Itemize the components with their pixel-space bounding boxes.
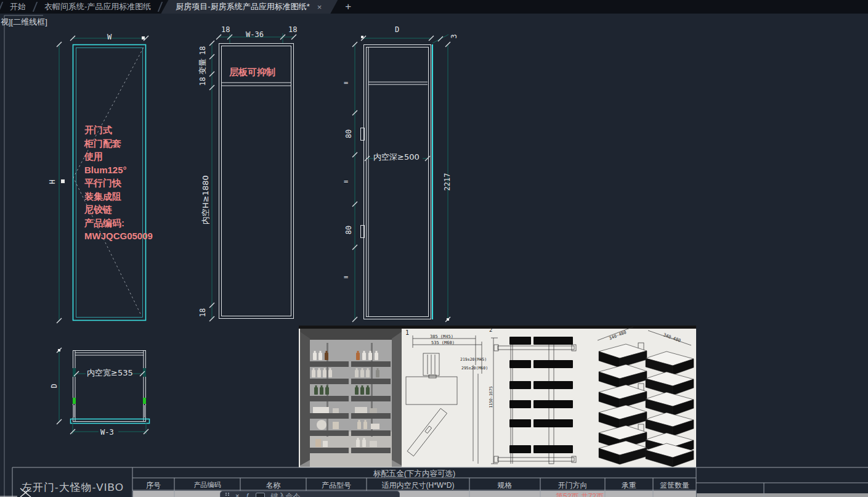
page-indicator: 第52页 共72页 [556,491,604,497]
tab-start[interactable]: 开始 [1,0,34,14]
dim-label-18-left: 18 [221,25,230,34]
column-header-inner-size: 适用内空尺寸(H*W*D) [367,480,469,491]
dim-label-18-bottom: 18 [198,308,207,317]
note-line: 尼铰链 [84,203,153,216]
note-line: MWJQCG05009 [84,229,153,243]
spec-table-title: 标配五金(下方内容可选) [132,469,696,479]
column-header-spec: 规格 [469,480,540,491]
note-line: 开门式 [84,123,153,137]
drawing-canvas [0,0,868,497]
column-header-load: 承重 [605,480,653,491]
column-header-model: 产品型号 [306,480,367,491]
column-header-index: 序号 [132,480,174,491]
dim-label-219: 219±20(M45) [460,357,487,362]
column-header-product-code: 产品编码 [174,480,240,490]
tab-kitchen-project-label: 厨房项目-厨房系统产品应用标准图纸* [176,1,309,12]
sheet-border-lines [4,15,43,497]
note-line: 使用 [84,150,153,163]
note-line: 装集成阻 [84,190,153,203]
dim-label-18-shelf: 18 [198,77,207,86]
side-view-lines [352,35,450,322]
dim-label-inner-width: 内空宽≥535 [87,368,133,379]
sheet-footer-strip: 第52页 共72页 [133,491,696,497]
command-prompt[interactable]: 键入命令 [271,493,301,497]
dim-label-width: W [107,33,112,41]
note-line: 平行门快 [84,176,153,190]
product-name-label: 左开门-大怪物-VIBO [14,480,132,495]
dim-label-385: 385 (M45) [430,334,453,339]
figure-1-label: 1 [405,329,409,336]
dim-label-18-right: 18 [288,25,297,34]
dim-label-equal-mid: = [344,177,348,186]
note-line: 产品编码: [84,216,153,230]
dim-label-295: 295±20(M60) [461,366,488,371]
note-line: Blum125° [84,163,153,177]
front-view-notes: 开门式 柜门配套 使用 Blum125° 平行门快 装集成阻 尼铰链 产品编码:… [84,123,153,243]
dim-label-inner-height: 内空H≥1880 [200,175,211,224]
new-tab-button[interactable]: + [338,0,359,14]
dim-label-variable: 变量 [197,59,208,75]
dim-label-height-range: 1150-1675 [489,386,493,408]
dim-label-18-top: 18 [198,46,207,55]
dim-label-535: 535 (M60) [431,340,455,345]
shelf-note-label: 层板可抑制 [229,67,275,78]
cad-application-window: 开始 衣帽间系统-产品应用标准图纸 厨房项目-厨房系统产品应用标准图纸* × +… [0,0,868,497]
column-header-basket-count: 篮筐数量 [653,480,696,491]
dim-label-80-lower: 80 [344,226,353,234]
dim-label-80-upper: 80 [344,129,353,138]
dim-label-inner-depth: 内空深≥500 [373,152,420,163]
figure-2-label: 2 [489,327,492,333]
viewport-controls-label[interactable]: 视][二维线框] [1,17,47,28]
dim-label-equal-bottom: = [344,273,348,281]
note-line: 柜门配套 [84,137,153,150]
dim-label-w3: W-3 [100,428,114,437]
product-photo [300,329,402,467]
command-bar[interactable]: × ƒ 键入命令 [220,491,400,497]
dim-label-depth-top-view: D [50,384,59,388]
dynamic-input-icon[interactable]: ƒ [245,493,249,497]
keyboard-icon [256,493,265,497]
tab-wardrobe-system[interactable]: 衣帽间系统-产品应用标准图纸 [36,0,160,14]
dim-label-depth: D [395,25,399,34]
column-header-door-direction: 开门方向 [540,480,605,491]
tab-bar: 开始 衣帽间系统-产品应用标准图纸 厨房项目-厨房系统产品应用标准图纸* × + [0,0,868,14]
dim-label-total-height: 2217 [443,173,452,191]
tab-close-icon[interactable]: × [317,3,322,11]
tab-kitchen-project[interactable]: 厨房项目-厨房系统产品应用标准图纸* × [161,0,338,14]
dim-label-back-gap: 3 [450,34,458,38]
dim-label-height: H [48,179,57,184]
dim-label-equal-top: = [344,78,348,87]
top-view-lines [57,348,150,434]
command-close-icon[interactable]: × [235,493,239,497]
dim-label-w36: W-36 [246,30,264,39]
command-bar-grip-icon[interactable] [225,493,229,497]
column-header-name: 名称 [240,480,306,491]
